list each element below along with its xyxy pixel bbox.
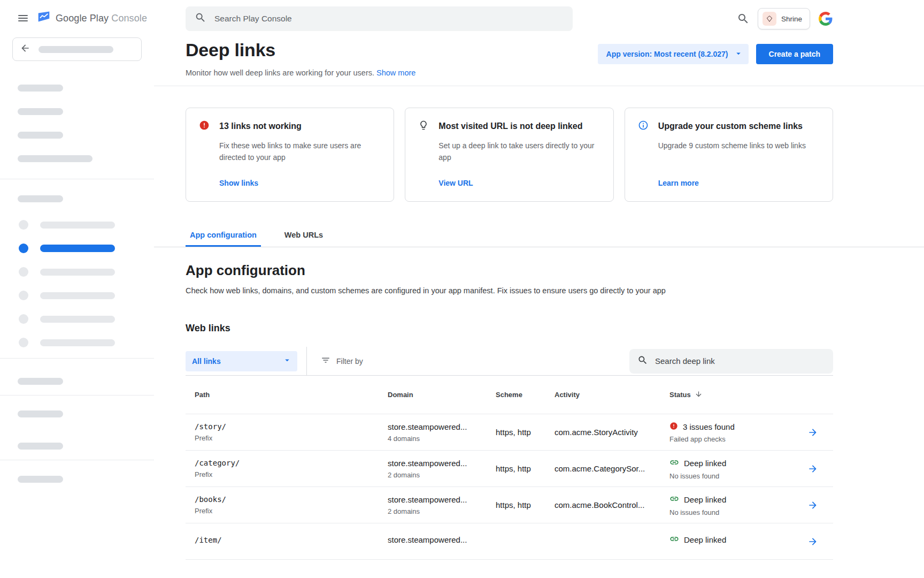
sidebar-skeleton-bar bbox=[0, 410, 154, 417]
google-account-avatar[interactable] bbox=[818, 11, 833, 26]
sort-descending-icon bbox=[695, 390, 703, 400]
lightbulb-icon bbox=[418, 120, 429, 133]
table-row[interactable]: /books/ Prefix store.steampowered... 2 d… bbox=[186, 487, 833, 523]
table-header: Path Domain Scheme Activity Status bbox=[186, 376, 833, 414]
search-icon[interactable] bbox=[737, 12, 750, 25]
caret-down-icon bbox=[734, 49, 743, 60]
arrow-forward-icon[interactable] bbox=[807, 536, 833, 547]
sidebar-header: Google Play Console bbox=[0, 0, 154, 36]
table-row[interactable]: /story/ Prefix store.steampowered... 4 d… bbox=[186, 414, 833, 451]
sidebar-nav-item[interactable] bbox=[0, 307, 154, 331]
sidebar-nav-item[interactable] bbox=[0, 213, 154, 237]
sidebar-nav-item[interactable] bbox=[0, 331, 154, 354]
info-icon bbox=[638, 120, 649, 133]
cell-scheme: https, http bbox=[496, 464, 555, 473]
page-header: Deep links Monitor how well deep links a… bbox=[154, 31, 924, 77]
sidebar-nav-item[interactable] bbox=[0, 260, 154, 284]
create-patch-button[interactable]: Create a patch bbox=[756, 44, 833, 64]
cell-status: Deep linked bbox=[669, 534, 807, 549]
sidebar-skeleton-bar bbox=[0, 476, 154, 483]
google-play-console-logo[interactable]: Google Play Console bbox=[37, 10, 147, 26]
cell-status: 3 issues found Failed app checks bbox=[669, 422, 807, 443]
google-logo-icon bbox=[819, 12, 833, 26]
page-title: Deep links bbox=[186, 40, 415, 60]
sidebar-skeleton-bar bbox=[0, 443, 154, 450]
app-switcher-chip[interactable]: Shrine bbox=[758, 8, 810, 29]
insight-cards: 13 links not working Fix these web links… bbox=[154, 86, 924, 202]
sidebar-skeleton-bar bbox=[0, 378, 154, 385]
search-icon bbox=[195, 12, 206, 26]
show-links-link[interactable]: Show links bbox=[219, 179, 381, 187]
cell-scheme: https, http bbox=[496, 428, 555, 437]
arrow-forward-icon[interactable] bbox=[807, 500, 833, 511]
play-console-app: Google Play Console bbox=[0, 0, 924, 578]
link-icon bbox=[669, 458, 679, 469]
tab-app-configuration[interactable]: App configuration bbox=[186, 223, 261, 247]
shrine-app-icon bbox=[763, 12, 776, 26]
global-search-input[interactable] bbox=[214, 14, 564, 24]
topbar: Shrine bbox=[154, 0, 924, 31]
link-icon bbox=[669, 534, 679, 545]
error-icon bbox=[669, 422, 678, 432]
col-status-sort[interactable]: Status bbox=[669, 390, 807, 400]
web-links-table-area: All links Filter by bbox=[186, 347, 833, 560]
sidebar-nav-item-active[interactable] bbox=[0, 237, 154, 260]
menu-icon[interactable] bbox=[13, 9, 33, 28]
card-body: Set up a deep link to take users directl… bbox=[438, 140, 600, 163]
card-title: Upgrade your custom scheme links bbox=[658, 121, 803, 131]
tabs-bar: App configuration Web URLs bbox=[154, 223, 924, 247]
arrow-forward-icon[interactable] bbox=[807, 463, 833, 474]
links-filter-dropdown[interactable]: All links bbox=[186, 351, 297, 371]
app-version-dropdown[interactable]: App version: Most recent (8.2.027) bbox=[598, 44, 749, 64]
view-url-link[interactable]: View URL bbox=[438, 179, 600, 187]
section-title: App configuration bbox=[186, 262, 833, 279]
arrow-forward-icon[interactable] bbox=[807, 427, 833, 438]
app-name-placeholder bbox=[38, 46, 113, 53]
col-scheme: Scheme bbox=[496, 391, 555, 399]
table-row[interactable]: /item/ store.steampowered... bbox=[186, 523, 833, 560]
back-arrow-icon bbox=[20, 43, 30, 56]
sidebar-skeleton-group bbox=[0, 85, 154, 162]
link-icon bbox=[669, 494, 679, 505]
app-configuration-section: App configuration Check how web links, d… bbox=[154, 247, 924, 295]
learn-more-link[interactable]: Learn more bbox=[658, 179, 820, 187]
cell-path: /story/ Prefix bbox=[186, 422, 388, 442]
card-links-not-working: 13 links not working Fix these web links… bbox=[186, 108, 394, 202]
col-domain: Domain bbox=[388, 391, 496, 399]
cell-status: Deep linked No issues found bbox=[669, 458, 807, 480]
app-chip-label: Shrine bbox=[781, 15, 802, 23]
back-button[interactable] bbox=[12, 37, 142, 61]
col-activity: Activity bbox=[555, 391, 669, 399]
card-title: 13 links not working bbox=[219, 121, 302, 131]
cell-status: Deep linked No issues found bbox=[669, 494, 807, 516]
play-console-logo-icon bbox=[37, 10, 51, 26]
cell-scheme: https, http bbox=[496, 500, 555, 509]
sidebar-skeleton-bar bbox=[0, 195, 154, 202]
show-more-link[interactable]: Show more bbox=[376, 69, 415, 77]
global-search[interactable] bbox=[186, 6, 573, 31]
cell-activity: com.acme.StoryActivity bbox=[555, 428, 669, 437]
web-links-title: Web links bbox=[186, 323, 833, 334]
topbar-right: Shrine bbox=[737, 8, 833, 29]
deep-link-search[interactable] bbox=[629, 349, 833, 374]
main-content: Shrine Deep links Monitor how well deep … bbox=[154, 0, 924, 578]
card-upgrade-schemes: Upgrade your custom scheme links Upgrade… bbox=[625, 108, 833, 202]
logo-text: Google Play Console bbox=[56, 13, 147, 24]
table-row[interactable]: /category/ Prefix store.steampowered... … bbox=[186, 451, 833, 487]
error-icon bbox=[199, 120, 210, 133]
filter-by-button[interactable]: Filter by bbox=[321, 355, 363, 367]
cell-domain: store.steampowered... 2 domains bbox=[388, 495, 496, 515]
deep-link-search-input[interactable] bbox=[655, 356, 825, 366]
tab-web-urls[interactable]: Web URLs bbox=[280, 223, 327, 247]
sidebar-nav-item[interactable] bbox=[0, 284, 154, 307]
cell-activity: com.acme.CategorySor... bbox=[555, 464, 669, 473]
sidebar: Google Play Console bbox=[0, 0, 154, 578]
col-path: Path bbox=[186, 391, 388, 399]
section-description: Check how web links, domains, and custom… bbox=[186, 286, 833, 295]
card-body: Fix these web links to make sure users a… bbox=[219, 140, 381, 163]
toolbar-divider bbox=[306, 347, 307, 375]
filter-icon bbox=[321, 355, 330, 367]
page-subtitle: Monitor how well deep links are working … bbox=[186, 69, 374, 77]
cell-path: /item/ bbox=[186, 536, 388, 547]
search-icon bbox=[637, 355, 648, 368]
